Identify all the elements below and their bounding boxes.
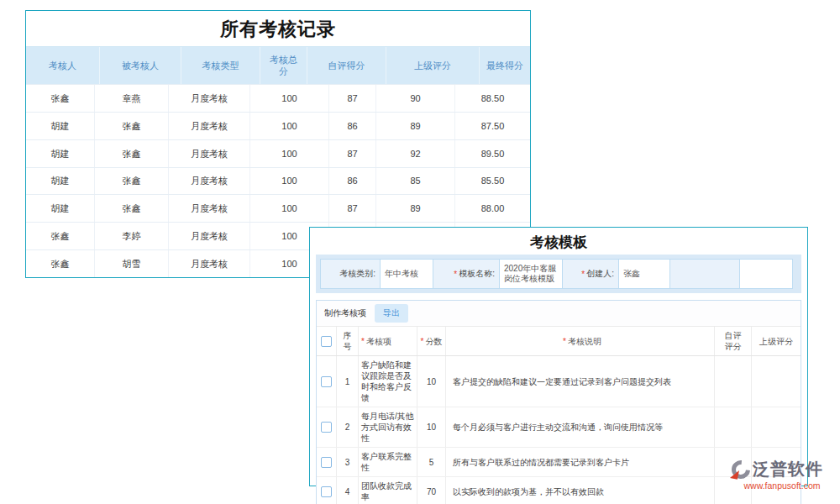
cell-total-score: 100 (250, 195, 329, 222)
watermark-brand: 泛普软件 (753, 458, 823, 480)
cell-assessor: 胡建 (26, 113, 95, 139)
creator-field[interactable]: 张鑫 (618, 259, 670, 289)
cell-total-score: 100 (250, 168, 329, 195)
row-checkbox[interactable] (321, 486, 332, 497)
item-seq: 4 (337, 477, 359, 504)
item-seq: 1 (337, 356, 359, 407)
required-mark: * (361, 336, 365, 347)
record-row[interactable]: 胡建 张鑫 月度考核 100 87 89 88.00 (26, 194, 530, 222)
cell-assessee: 李婷 (95, 223, 169, 249)
assessment-item-row[interactable]: 3 客户联系完整性 5 所有与客户联系过的情况都需要记录到客户卡片 (317, 448, 801, 477)
cell-total-score: 100 (250, 113, 329, 139)
item-desc: 每个月必须与客户进行主动交流和沟通，询问使用情况等 (446, 407, 715, 447)
template-name-field[interactable]: 2020年中客服岗位考核模版 (499, 259, 563, 289)
header-self-score: 自评评分 (715, 327, 752, 355)
cell-self-score: 87 (329, 140, 376, 167)
cell-assessee: 张鑫 (95, 168, 169, 195)
cell-assessment-type: 月度考核 (169, 250, 250, 277)
item-superior-score (752, 407, 801, 447)
item-desc: 客户提交的缺陷和建议一定要通过记录到客户问题提交列表 (446, 356, 715, 407)
record-row[interactable]: 胡建 张鑫 月度考核 100 87 92 89.50 (26, 139, 530, 167)
watermark: 泛普软件 www.fanpusoft.com (731, 458, 833, 491)
record-row[interactable]: 胡建 张鑫 月度考核 100 86 89 87.50 (26, 112, 530, 139)
empty-form-cell (669, 259, 740, 289)
records-column-header: 被考核人 (100, 47, 181, 84)
template-form: 考核类别: 年中考核 *模板名称: 2020年中客服岗位考核模版 *创建人: 张… (316, 255, 801, 293)
records-column-header: 考核人 (26, 47, 100, 84)
record-row[interactable]: 张鑫 章燕 月度考核 100 87 90 88.50 (26, 84, 530, 112)
export-button[interactable]: 导出 (375, 304, 408, 323)
cell-self-score: 87 (329, 195, 376, 222)
row-checkbox[interactable] (321, 457, 332, 468)
cell-final-score: 87.50 (455, 113, 530, 139)
records-column-header: 考核总分 (260, 47, 307, 84)
cell-assessment-type: 月度考核 (169, 168, 250, 195)
record-row[interactable]: 胡建 张鑫 月度考核 100 86 85 85.50 (26, 167, 530, 195)
cell-assessment-type: 月度考核 (169, 195, 250, 222)
items-section-label: 制作考核项 (324, 307, 366, 319)
header-item: *考核项 (359, 327, 417, 355)
cell-assessment-type: 月度考核 (169, 140, 250, 167)
assessment-item-row[interactable]: 1 客户缺陷和建议跟踪是否及时和给客户反馈 10 客户提交的缺陷和建议一定要通过… (317, 356, 801, 407)
fanpu-logo-icon (731, 459, 751, 480)
cell-assessor: 胡建 (26, 140, 95, 167)
cell-assessee: 章燕 (95, 85, 169, 112)
items-table-body: 1 客户缺陷和建议跟踪是否及时和给客户反馈 10 客户提交的缺陷和建议一定要通过… (317, 356, 801, 504)
empty-form-field (739, 259, 793, 289)
assessment-items-section: 制作考核项 导出 序号 *考核项 *分数 *考核说明 自评评分 上级评分 1 客… (316, 300, 801, 504)
item-superior-score (752, 356, 801, 407)
item-desc: 所有与客户联系过的情况都需要记录到客户卡片 (446, 448, 715, 476)
cell-final-score: 89.50 (455, 140, 530, 167)
template-panel-title: 考核模板 (310, 228, 807, 255)
select-all-checkbox[interactable] (321, 336, 332, 347)
item-checkbox-cell (317, 448, 337, 476)
assessment-item-row[interactable]: 4 团队收款完成率 70 以实际收到的款项为基，并不以有效回款 (317, 477, 801, 504)
item-name: 客户联系完整性 (359, 448, 417, 476)
item-checkbox-cell (317, 356, 337, 407)
item-name: 每月电话/其他方式回访有效性 (359, 407, 417, 447)
records-column-header: 自评得分 (307, 47, 386, 84)
watermark-url: www.fanpusoft.com (731, 480, 833, 491)
required-mark: * (454, 270, 457, 279)
item-name: 团队收款完成率 (359, 477, 417, 504)
cell-superior-score: 90 (376, 85, 455, 112)
row-checkbox[interactable] (321, 422, 332, 433)
cell-self-score: 86 (329, 168, 376, 195)
row-checkbox[interactable] (321, 376, 332, 387)
assessment-item-row[interactable]: 2 每月电话/其他方式回访有效性 10 每个月必须与客户进行主动交流和沟通，询问… (317, 407, 801, 448)
cell-superior-score: 85 (376, 168, 455, 195)
cell-assessment-type: 月度考核 (169, 113, 250, 139)
items-table-header: 序号 *考核项 *分数 *考核说明 自评评分 上级评分 (317, 327, 801, 356)
cell-assessee: 张鑫 (95, 195, 169, 222)
creator-label: *创建人: (562, 259, 619, 289)
category-label: 考核类别: (320, 259, 381, 289)
records-panel-title: 所有考核记录 (26, 11, 530, 47)
item-seq: 2 (337, 407, 359, 447)
item-score: 70 (417, 477, 446, 504)
item-self-score (715, 407, 752, 447)
cell-total-score: 100 (250, 140, 329, 167)
cell-self-score: 86 (329, 113, 376, 139)
item-desc: 以实际收到的款项为基，并不以有效回款 (446, 477, 715, 504)
required-mark: * (421, 336, 424, 347)
cell-assessment-type: 月度考核 (169, 223, 250, 249)
cell-assessor: 张鑫 (26, 85, 95, 112)
cell-final-score: 85.50 (455, 168, 530, 195)
item-seq: 3 (337, 448, 359, 476)
select-all-cell (317, 327, 337, 355)
records-table-header: 考核人被考核人考核类型考核总分自评得分上级评分最终得分 (26, 47, 530, 84)
item-checkbox-cell (317, 407, 337, 447)
cell-final-score: 88.00 (455, 195, 530, 222)
required-mark: * (581, 270, 585, 279)
item-name: 客户缺陷和建议跟踪是否及时和给客户反馈 (359, 356, 417, 407)
header-score: *分数 (417, 327, 446, 355)
cell-self-score: 87 (329, 85, 376, 112)
cell-superior-score: 89 (376, 195, 455, 222)
cell-assessee: 胡雪 (95, 250, 169, 277)
cell-assessment-type: 月度考核 (169, 85, 250, 112)
header-desc: *考核说明 (446, 327, 715, 355)
category-field[interactable]: 年中考核 (380, 259, 433, 289)
template-panel: 考核模板 考核类别: 年中考核 *模板名称: 2020年中客服岗位考核模版 *创… (309, 227, 808, 486)
records-column-header: 上级评分 (386, 47, 480, 84)
template-name-label: *模板名称: (433, 259, 500, 289)
